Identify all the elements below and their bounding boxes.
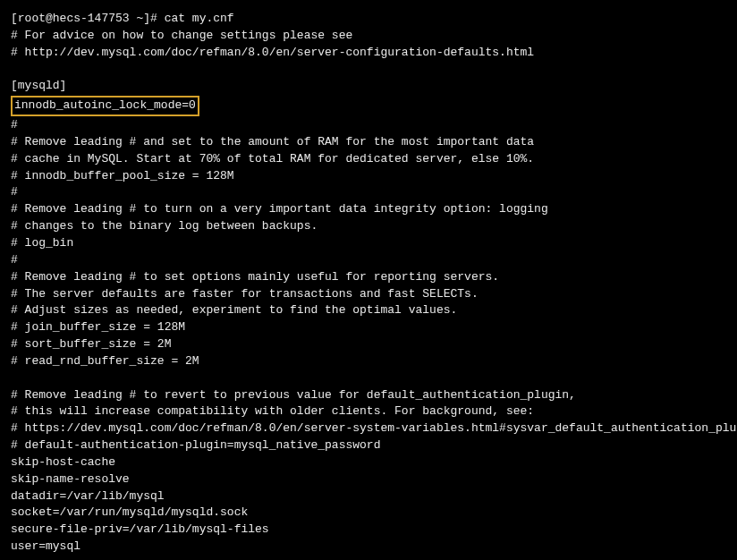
config-line: # this will increase compatibility with … — [11, 403, 726, 420]
config-line: # — [11, 117, 726, 134]
config-line: # read_rnd_buffer_size = 2M — [11, 353, 726, 370]
config-line: # innodb_buffer_pool_size = 128M — [11, 168, 726, 185]
config-line: # changes to the binary log between back… — [11, 218, 726, 235]
config-line: # — [11, 184, 726, 201]
config-line: # log_bin — [11, 235, 726, 252]
config-line: secure-file-priv=/var/lib/mysql-files — [11, 522, 726, 539]
highlighted-config-line: innodb_autoinc_lock_mode=0 — [11, 95, 726, 117]
config-line: # Adjust sizes as needed, experiment to … — [11, 302, 726, 319]
config-line: user=mysql — [11, 539, 726, 556]
config-line: # https://dev.mysql.com/doc/refman/8.0/e… — [11, 420, 726, 437]
shell-prompt-line: [root@hecs-147753 ~]# cat my.cnf — [11, 11, 726, 28]
config-line: # Remove leading # to revert to previous… — [11, 387, 726, 404]
terminal-window[interactable]: [root@hecs-147753 ~]# cat my.cnf # For a… — [11, 7, 726, 560]
config-blank-line — [11, 556, 726, 560]
highlighted-text: innodb_autoinc_lock_mode=0 — [11, 96, 199, 116]
config-line: # Remove leading # to turn on a very imp… — [11, 201, 726, 218]
config-line: # The server defaults are faster for tra… — [11, 286, 726, 303]
config-line: # default-authentication-plugin=mysql_na… — [11, 437, 726, 454]
config-line: # For advice on how to change settings p… — [11, 28, 726, 45]
config-line: socket=/var/run/mysqld/mysqld.sock — [11, 505, 726, 522]
config-blank-line — [11, 370, 726, 387]
config-line: # — [11, 252, 726, 269]
config-line: # join_buffer_size = 128M — [11, 319, 726, 336]
config-line: # cache in MySQL. Start at 70% of total … — [11, 151, 726, 168]
config-line: datadir=/var/lib/mysql — [11, 488, 726, 505]
config-line: skip-name-resolve — [11, 471, 726, 488]
config-line: # Remove leading # to set options mainly… — [11, 269, 726, 286]
config-line: # Remove leading # and set to the amount… — [11, 134, 726, 151]
config-blank-line — [11, 62, 726, 79]
config-line: # http://dev.mysql.com/doc/refman/8.0/en… — [11, 45, 726, 62]
config-line: # sort_buffer_size = 2M — [11, 336, 726, 353]
config-section-header: [mysqld] — [11, 78, 726, 95]
config-line: skip-host-cache — [11, 454, 726, 471]
